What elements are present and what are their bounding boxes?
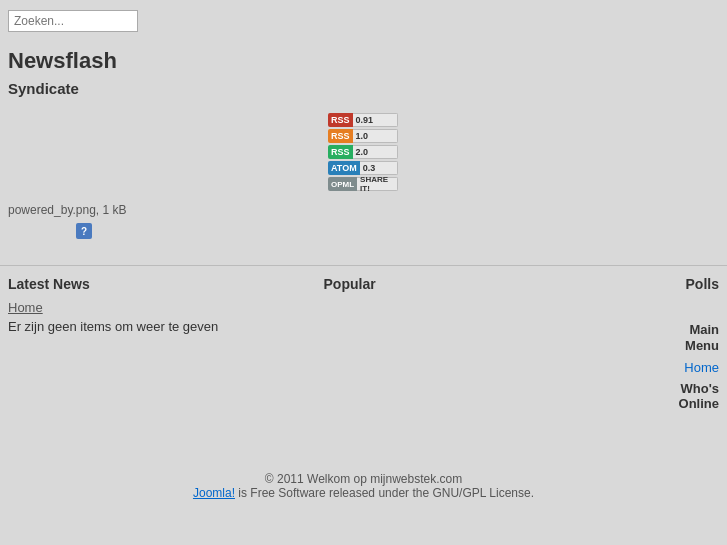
feed-badges-container: RSS 0.91 RSS 1.0 RSS 2.0 ATOM 0.3 OPML [328,113,398,193]
main-content: Newsflash Syndicate RSS 0.91 RSS 1.0 RSS… [0,38,727,265]
opml-value: SHARE IT! [357,177,398,191]
top-bar [0,0,727,38]
opml-label: OPML [328,177,357,191]
footer: © 2011 Welkom op mijnwebstek.com Joomla!… [0,452,727,510]
main-menu-label: MainMenu [639,322,719,353]
atom-03-label: ATOM [328,161,360,175]
rss-20-value: 2.0 [353,145,398,159]
home-link-polls[interactable]: Home [639,360,719,375]
newsflash-title: Newsflash [8,48,719,74]
polls-header: Polls [639,276,719,292]
search-input[interactable] [8,10,138,32]
syndicate-icons: RSS 0.91 RSS 1.0 RSS 2.0 ATOM 0.3 OPML [328,109,719,193]
popular-column: Popular [324,276,640,411]
latest-news-column: Latest News Home Er zijn geen items om w… [8,276,324,411]
joomla-line: Joomla! is Free Software released under … [8,486,719,500]
syndicate-title: Syndicate [8,80,719,97]
no-items-text: Er zijn geen items om weer te geven [8,319,324,334]
polls-column: Polls MainMenu Home Who'sOnline [639,276,719,411]
rss-091-badge[interactable]: RSS 0.91 [328,113,398,127]
latest-news-header: Latest News [8,276,324,292]
rss-20-badge[interactable]: RSS 2.0 [328,145,398,159]
joomla-suffix: is Free Software released under the GNU/… [235,486,534,500]
home-link-latest[interactable]: Home [8,300,324,315]
bottom-columns: Latest News Home Er zijn geen items om w… [0,265,727,411]
rss-091-label: RSS [328,113,353,127]
polls-section: MainMenu Home Who'sOnline [639,322,719,411]
rss-20-label: RSS [328,145,353,159]
joomla-link[interactable]: Joomla! [193,486,235,500]
whos-online-label: Who'sOnline [639,381,719,412]
copyright-text: © 2011 Welkom op mijnwebstek.com [8,472,719,486]
help-icon[interactable]: ? [76,223,92,239]
popular-header: Popular [324,276,640,292]
rss-10-value: 1.0 [353,129,398,143]
rss-10-badge[interactable]: RSS 1.0 [328,129,398,143]
opml-share-badge[interactable]: OPML SHARE IT! [328,177,398,191]
atom-03-value: 0.3 [360,161,398,175]
rss-091-value: 0.91 [353,113,398,127]
rss-10-label: RSS [328,129,353,143]
syndicate-area: Syndicate RSS 0.91 RSS 1.0 RSS 2.0 ATOM … [8,80,719,193]
atom-03-badge[interactable]: ATOM 0.3 [328,161,398,175]
powered-by-text: powered_by.png, 1 kB [8,203,719,217]
